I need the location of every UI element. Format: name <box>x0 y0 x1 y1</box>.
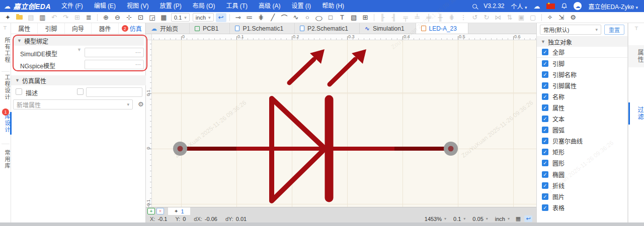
checkbox-checked-icon[interactable]: ✓ <box>542 193 548 200</box>
description-checkbox[interactable] <box>16 88 22 95</box>
left-panel-tab-2[interactable]: 向导 <box>65 23 92 34</box>
filter-row-6[interactable]: ✓文本 <box>537 114 627 125</box>
open-folder-icon[interactable] <box>14 13 25 22</box>
doc-tab-3[interactable]: P2.Schematic1 <box>295 23 360 34</box>
filter-preset-select[interactable]: 常用(默认)▾ <box>540 25 601 35</box>
filter-row-11[interactable]: ✓椭圆 <box>537 169 627 180</box>
search-list-icon[interactable]: ≣ <box>84 13 94 22</box>
place-arc-icon[interactable]: ⌒ <box>279 13 290 22</box>
led-symbol[interactable] <box>152 40 536 207</box>
add-sheet-button[interactable]: + <box>147 208 155 214</box>
place-rect-icon[interactable]: □ <box>326 13 336 22</box>
save-all-icon[interactable]: ▥ <box>37 13 48 22</box>
filter-row-0[interactable]: ✓全部 <box>537 47 627 58</box>
zoom-selection-icon[interactable]: ◲ <box>147 13 157 22</box>
left-panel-tab-4[interactable]: 2仿真 <box>119 23 145 34</box>
filter-row-5[interactable]: ✓属性 <box>537 102 627 113</box>
left-panel-tab-3[interactable]: 器件 <box>92 23 118 34</box>
led-arrow-1[interactable] <box>289 49 325 83</box>
toolbar-grid-size-select[interactable]: 0.1▾ <box>171 13 190 22</box>
right-rail-tab-0[interactable]: 属性 <box>628 45 644 67</box>
user-avatar[interactable]: ☁ <box>574 2 582 10</box>
checkbox-checked-icon[interactable]: ✓ <box>542 116 548 122</box>
menu-item-1[interactable]: 编辑 (E) <box>89 0 121 12</box>
snap-size-select[interactable]: 0.05▾ <box>470 216 490 222</box>
right-rail-tab-1[interactable]: 过滤 <box>628 102 644 125</box>
app-logo[interactable]: ☁ 嘉立创EDA <box>0 1 56 11</box>
property-settings-gear-icon[interactable]: ⚙ <box>138 100 144 108</box>
doc-tab-0[interactable]: ☁开始页 <box>146 23 190 34</box>
checkbox-checked-icon[interactable]: ✓ <box>542 149 548 155</box>
filter-row-4[interactable]: ✓名称 <box>537 91 627 102</box>
sim-props-section-header[interactable]: ▼仿真属性 <box>11 75 146 85</box>
place-pin-icon[interactable]: ⊸ <box>233 13 244 22</box>
filter-row-10[interactable]: ✓圆形 <box>537 158 627 169</box>
grid-settings-icon[interactable]: ▦ <box>158 13 169 22</box>
checkbox-checked-icon[interactable]: ✓ <box>542 49 548 55</box>
filter-row-14[interactable]: ✓表格 <box>537 202 627 213</box>
filter-row-8[interactable]: ✓贝塞尔曲线 <box>537 136 627 147</box>
rail-tab-1[interactable]: 工程设计 <box>0 74 11 100</box>
left-panel-tab-0[interactable]: 属性 <box>11 23 38 34</box>
right-panel-pin-icon[interactable]: ⊤ <box>634 26 638 31</box>
add-property-select[interactable]: 新增属性▾ <box>13 99 133 109</box>
simulide-model-input[interactable]: ⋯ <box>85 48 144 57</box>
zoom-out-icon[interactable]: ⊖ <box>112 13 123 22</box>
reset-button[interactable]: 重置 <box>604 25 624 35</box>
checkbox-checked-icon[interactable]: ✓ <box>542 138 548 144</box>
left-panel-tab-1[interactable]: 引脚 <box>38 23 64 34</box>
filter-row-13[interactable]: ✓图片 <box>537 191 627 202</box>
grid-toggle-icon[interactable]: ▦ <box>514 215 522 222</box>
close-sheet-button[interactable]: × <box>156 208 164 214</box>
independent-objects-section-header[interactable]: ▼独立对象 <box>537 37 627 47</box>
menu-item-2[interactable]: 视图 (V) <box>121 0 154 12</box>
zoom-in-icon[interactable]: ⊕ <box>101 13 111 22</box>
place-pin-list-icon[interactable]: ≔ <box>245 13 255 22</box>
filter-row-1[interactable]: ✓引脚 <box>537 58 627 69</box>
filter-row-7[interactable]: ✓圆弧 <box>537 125 627 136</box>
checkbox-checked-icon[interactable]: ✓ <box>542 82 548 89</box>
canvas-style-icon[interactable]: ↩ <box>216 13 226 22</box>
left-pad[interactable] <box>173 142 187 156</box>
place-bezier-icon[interactable]: ∿ <box>291 13 301 22</box>
canvas-style-toggle-icon[interactable]: ↩ <box>524 215 532 222</box>
checkbox-checked-icon[interactable]: ✓ <box>542 171 548 178</box>
zoom-level-select[interactable]: 1453%▾ <box>422 216 449 222</box>
language-flag-icon[interactable] <box>546 4 555 9</box>
place-text-icon[interactable]: T <box>337 13 348 22</box>
ngspice-model-more-button[interactable]: ⋯ <box>135 61 141 68</box>
simulide-model-more-button[interactable]: ⋯ <box>135 49 141 56</box>
place-line-icon[interactable]: ╱ <box>268 13 278 22</box>
right-pad[interactable] <box>444 142 458 156</box>
zoom-fit-icon[interactable]: ⊹ <box>124 13 134 22</box>
panel-pin-icon[interactable]: ⊤ <box>3 26 8 30</box>
design-manager-icon[interactable]: ✦ <box>3 13 13 22</box>
export-check-icon[interactable]: ⇲ <box>556 13 567 22</box>
unit-select[interactable]: inch▾ <box>493 216 512 222</box>
menu-item-6[interactable]: 高级 (A) <box>253 0 286 12</box>
rail-tab-2[interactable]: 库设计 <box>0 114 11 133</box>
doc-tab-1[interactable]: PCB1 <box>190 23 230 34</box>
checkbox-checked-icon[interactable]: ✓ <box>542 127 548 133</box>
checkbox-checked-icon[interactable]: ✓ <box>542 204 548 211</box>
checkbox-checked-icon[interactable]: ✓ <box>542 160 548 166</box>
menu-item-4[interactable]: 布局 (O) <box>187 0 221 12</box>
checkbox-checked-icon[interactable]: ✓ <box>542 104 548 111</box>
rail-tab-3[interactable]: 常用库 <box>0 150 11 169</box>
doc-tab-2[interactable]: P1.Schematic1 <box>230 23 295 34</box>
filter-row-3[interactable]: ✓引脚属性 <box>537 80 627 91</box>
filter-row-12[interactable]: ✓折线 <box>537 180 627 191</box>
grid-size-select[interactable]: 0.1▾ <box>451 216 468 222</box>
doc-tab-5[interactable]: LED-A_23 <box>416 23 468 34</box>
place-circle-icon[interactable]: ○ <box>302 13 313 22</box>
checkbox-checked-icon[interactable]: ✓ <box>542 71 548 78</box>
filter-row-9[interactable]: ✓矩形 <box>537 147 627 158</box>
model-binding-section-header[interactable]: ▼模型绑定 <box>13 36 144 46</box>
place-table-icon[interactable]: ⊞ <box>360 13 371 22</box>
menu-item-3[interactable]: 放置 (P) <box>154 0 187 12</box>
description-input[interactable] <box>86 87 142 97</box>
menu-item-8[interactable]: 帮助 (H) <box>316 0 350 12</box>
checkbox-checked-icon[interactable]: ✓ <box>542 60 548 67</box>
ngspice-model-input[interactable]: ⋯ <box>85 60 144 69</box>
menu-item-0[interactable]: 文件 (F) <box>56 0 89 12</box>
